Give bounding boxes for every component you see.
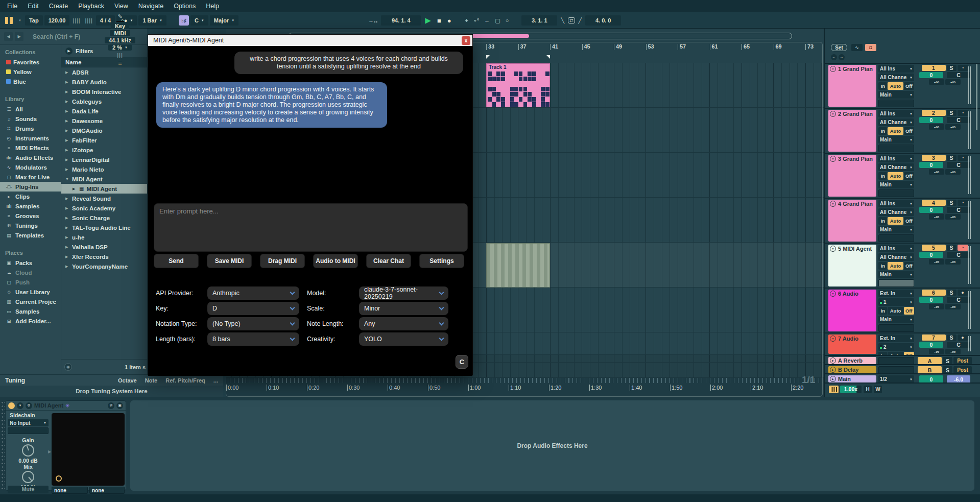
cue-out-select[interactable]: 1/2▼ [878,375,914,383]
name-column-header[interactable]: Name [61,57,147,67]
browser-item-u-he[interactable]: ▶u-he [61,232,147,242]
play-circle-icon[interactable]: ▶ [830,357,836,364]
field-select-creativity-[interactable]: YOLO [359,332,448,346]
input-channel-select[interactable]: All Channe▼ [878,163,914,171]
chevron-collapsed-icon[interactable]: ▶ [65,226,69,230]
collapse-track-icon[interactable]: ▼ [830,201,836,207]
monitor-auto-button[interactable]: Auto [888,262,903,270]
output-routing-select[interactable]: Main▼ [878,226,914,233]
field-select-model-[interactable]: claude-3-7-sonnet-20250219 [359,286,448,300]
track-name-7[interactable]: ▼7 Audio [828,334,876,354]
drag-midi-button[interactable]: Drag MIDI [260,254,305,268]
record-button[interactable]: ● [445,17,453,25]
track-delay-slot[interactable] [878,279,914,287]
groove-amount-icon[interactable]: |||| [71,18,82,23]
chevron-down-icon[interactable]: ▼ [17,19,23,22]
chevron-collapsed-icon[interactable]: ▶ [65,109,69,113]
field-select-scale-[interactable]: Minor [359,302,448,315]
map-slot-1[interactable]: none [52,487,88,494]
arm-button[interactable]: ◔ [958,245,968,251]
monitor-auto-button[interactable]: Auto [888,82,903,90]
volume-value[interactable]: -∞ [929,79,944,85]
midi-agent-plugin-window[interactable]: MIDI Agent/5-MIDI Agent x write a chord … [148,34,473,375]
field-select-length-bars-[interactable]: 8 bars [207,332,299,346]
browser-item-valhalla-dsp[interactable]: ▶Valhalla DSP [61,242,147,252]
menu-item-options[interactable]: Options [169,0,201,12]
browser-item-yourcompanyname[interactable]: ▶YourCompanyName [61,261,147,271]
pan-control[interactable]: C [947,162,970,168]
return-badge[interactable]: A [918,357,942,365]
track-name-4[interactable]: ▼4 Grand Pian [828,200,876,242]
volume-value[interactable]: -∞ [929,169,944,175]
output-routing-select[interactable]: Main▼ [878,136,914,144]
send-a-value[interactable]: 0 [919,252,943,258]
vertical-scrollbar[interactable] [976,64,977,130]
browser-item-reveal-sound[interactable]: ▶Reveal Sound [61,194,147,203]
track-number-badge[interactable]: 4 [922,200,946,206]
chevron-collapsed-icon[interactable]: ▶ [65,168,69,172]
field-select-api-provider-[interactable]: Anthropic [207,286,299,300]
solo-button[interactable]: S [947,110,957,116]
volume-value[interactable]: -∞ [929,304,944,309]
chevron-collapsed-icon[interactable]: ▶ [65,235,69,240]
sidebar-item-user-library[interactable]: ☺User Library [0,287,61,297]
loop-icon[interactable]: ⇄ [568,17,575,23]
input-routing-select[interactable]: Ext. In▼ [878,334,914,342]
plugin-title-bar[interactable]: MIDI Agent/5-MIDI Agent x [148,35,472,46]
input-channel-select[interactable]: All Channe▼ [878,74,914,81]
punch-out-icon[interactable]: ╱ [577,17,584,24]
track-number-badge[interactable]: 3 [922,155,946,161]
chevron-collapsed-icon[interactable]: ▶ [65,70,69,75]
punch-in-icon[interactable]: ╲ [559,17,566,24]
browser-item-cableguys[interactable]: ▶Cableguys [61,97,147,106]
hot-swap-icon[interactable]: ⇄ [108,402,114,409]
track-header-2[interactable]: ▼2 Grand PianAll Ins▼All Channe▼InAutoOf… [825,108,980,153]
input-routing-select[interactable]: Ext. In▼ [878,290,914,297]
track-name-6[interactable]: ▼6 Audio [828,290,876,331]
browser-item-dmgaudio[interactable]: ▶DMGAudio [61,126,147,135]
draw-mode-icon[interactable]: ∘° [472,17,481,24]
key-map-button[interactable]: Key [111,23,129,29]
track-delay-slot[interactable] [878,234,914,242]
solo-button[interactable]: S [943,357,952,365]
browser-item-mario-nieto[interactable]: ▶Mario Nieto [61,164,147,174]
loop-end-marker[interactable] [546,55,550,59]
track-header-7[interactable]: ▼7 AudioExt. In▼2▼InAutoOffMain▼7S●0C-∞-… [825,332,980,355]
device-rack-handle[interactable] [1,401,5,491]
link-icon[interactable]: ∿ [851,44,863,51]
play-button[interactable]: ▶ [423,16,433,25]
monitor-in-button[interactable]: In [878,172,887,180]
track-delay-slot[interactable] [878,324,914,332]
solo-button[interactable]: S [947,334,957,341]
send-a-value[interactable]: 0 [919,207,943,213]
arrangement-position-icon[interactable] [4,16,15,25]
collapse-track-icon[interactable]: ▼ [830,66,836,72]
automation-mode-icon[interactable]: ○ [504,17,511,23]
lock-icon[interactable]: ◘ [865,44,876,51]
sidebar-item-samples[interactable]: ▭Samples [0,306,61,316]
input-channel-select[interactable]: 2▼ [878,343,914,351]
nav-left-icon[interactable]: ← [831,54,837,60]
loop-length-display[interactable]: 4. 0. 0 [585,15,621,26]
track-number-badge[interactable]: 6 [922,290,946,296]
browser-item-tal-togu-audio-line[interactable]: ▶TAL-Togu Audio Line [61,223,147,232]
device-title-bar[interactable]: ▼ ⚙ MIDI Agent ✳ ⇄ ▣ [6,401,126,411]
track-delay-slot[interactable] [878,100,914,107]
monitor-in-button[interactable]: In [878,262,887,270]
pan-control[interactable]: C [947,117,970,123]
track-delay-slot[interactable] [878,189,914,197]
chevron-collapsed-icon[interactable]: ▶ [65,90,69,94]
track-header-B[interactable]: ▶B DelayBSPost [825,364,980,373]
filters-row[interactable]: ▶ Filters [61,45,147,57]
save-midi-button[interactable]: Save MIDI [207,254,252,268]
play-circle-icon[interactable]: ▶ [830,376,836,382]
track-header-3[interactable]: ▼3 Grand PianAll Ins▼All Channe▼InAutoOf… [825,153,980,198]
tuning-drop-zone[interactable]: Drop Tuning System Here [0,386,223,397]
solo-button[interactable]: S [947,200,957,206]
collapse-track-icon[interactable]: ▼ [830,246,836,252]
sidebar-item-samples[interactable]: ıılıSamples [0,201,61,211]
chevron-collapsed-icon[interactable]: ▶ [65,148,69,152]
collapse-track-icon[interactable]: ▼ [830,156,836,162]
main-volume-value[interactable]: -6.0 [947,375,970,383]
track-header-5[interactable]: ▼5 MIDI AgentAll Ins▼All Channe▼InAutoOf… [825,243,980,288]
